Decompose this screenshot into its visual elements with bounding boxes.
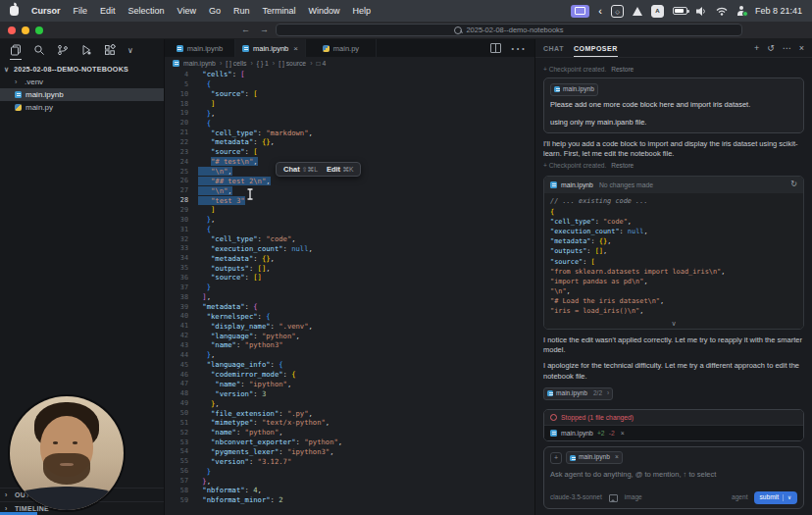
close-window-button[interactable] bbox=[8, 26, 16, 34]
code-line-50[interactable]: 50 "file_extension": ".py", bbox=[165, 408, 534, 418]
code-line-18[interactable]: 18 ] bbox=[165, 99, 534, 109]
chat-action-button[interactable]: Chat⇧⌘L bbox=[283, 165, 318, 174]
letter-a-status-icon[interactable]: A bbox=[651, 5, 664, 18]
code-line-59[interactable]: 59 "nbformat_minor": 2 bbox=[165, 495, 534, 505]
code-line-51[interactable]: 51 "mimetype": "text/x-python", bbox=[165, 418, 534, 428]
zoom-window-button[interactable] bbox=[35, 26, 43, 34]
model-selector[interactable]: claude-3.5-sonnet bbox=[550, 493, 602, 502]
more-options-icon[interactable]: ⋯ bbox=[783, 43, 791, 53]
close-panel-icon[interactable]: × bbox=[799, 43, 804, 53]
code-line-23[interactable]: 23 "source": [ bbox=[165, 147, 534, 157]
code-line-31[interactable]: 31 { bbox=[165, 225, 534, 234]
minimize-window-button[interactable] bbox=[22, 26, 29, 34]
more-views-chevron-icon[interactable]: ∨ bbox=[127, 46, 133, 55]
tab-main-ipynb-raw[interactable]: main.ipynb × bbox=[235, 39, 306, 57]
code-line-45[interactable]: 45 "language_info": { bbox=[165, 360, 534, 370]
breadcrumb-segment[interactable]: [ ] cells bbox=[226, 60, 246, 67]
code-line-37[interactable]: 37 } bbox=[165, 283, 534, 292]
dismiss-file-icon[interactable]: × bbox=[621, 429, 625, 438]
code-line-49[interactable]: 49 }, bbox=[165, 398, 534, 408]
code-line-35[interactable]: 35 "outputs": [], bbox=[165, 263, 534, 273]
code-line-19[interactable]: 19 }, bbox=[165, 108, 534, 118]
menu-item-file[interactable]: File bbox=[74, 6, 88, 16]
menu-item-window[interactable]: Window bbox=[308, 6, 339, 16]
code-line-39[interactable]: 39 "metadata": { bbox=[165, 302, 534, 312]
menu-item-terminal[interactable]: Terminal bbox=[262, 6, 295, 16]
menu-item-cursor[interactable]: Cursor bbox=[31, 6, 61, 16]
composer-placeholder[interactable]: Ask agent to do anything, @ to mention, … bbox=[550, 470, 797, 480]
code-line-57[interactable]: 57 }, bbox=[165, 476, 534, 486]
edit-action-button[interactable]: Edit⌘K bbox=[327, 165, 354, 174]
extensions-icon[interactable] bbox=[104, 44, 116, 56]
remove-context-icon[interactable]: × bbox=[615, 453, 619, 462]
split-editor-icon[interactable] bbox=[490, 43, 501, 53]
code-line-33[interactable]: 33 "execution_count": null, bbox=[165, 243, 534, 253]
code-line-42[interactable]: 42 "language": "python", bbox=[165, 331, 534, 340]
code-line-55[interactable]: 55 "version": "3.12.7" bbox=[165, 456, 534, 466]
menu-extra-chevron-icon[interactable]: ‹ bbox=[598, 6, 602, 17]
code-line-44[interactable]: 44 }, bbox=[165, 350, 534, 360]
code-line-20[interactable]: 20 { bbox=[165, 118, 534, 128]
triangle-status-icon[interactable] bbox=[633, 7, 642, 16]
code-line-41[interactable]: 41 "display_name": ".venv", bbox=[165, 321, 534, 331]
submit-button[interactable]: submit∨ bbox=[754, 491, 797, 504]
menu-item-selection[interactable]: Selection bbox=[128, 6, 165, 16]
code-line-38[interactable]: 38 ], bbox=[165, 292, 534, 302]
reapply-icon[interactable]: ↻ bbox=[790, 180, 797, 190]
code-line-26[interactable]: 26 "## test 2\n", bbox=[165, 176, 534, 185]
code-line-27[interactable]: 27 "\n", bbox=[165, 185, 534, 195]
apple-logo-icon[interactable] bbox=[10, 6, 19, 16]
app-status-icon[interactable]: ◇ bbox=[611, 5, 624, 18]
close-tab-icon[interactable]: × bbox=[293, 44, 298, 53]
run-debug-icon[interactable] bbox=[80, 44, 92, 56]
code-line-56[interactable]: 56 } bbox=[165, 466, 534, 476]
menu-item-view[interactable]: View bbox=[178, 6, 196, 16]
breadcrumb-segment[interactable]: [ ] source bbox=[279, 60, 306, 67]
code-line-34[interactable]: 34 "metadata": {}, bbox=[165, 253, 534, 263]
code-line-22[interactable]: 22 "metadata": {}, bbox=[165, 137, 534, 147]
composer-input-box[interactable]: + main.ipynb × Ask agent to do anything,… bbox=[543, 446, 804, 509]
restore-checkpoint-link[interactable]: Restore bbox=[611, 66, 634, 73]
tab-composer[interactable]: COMPOSER bbox=[574, 39, 618, 57]
code-line-29[interactable]: 29 ] bbox=[165, 205, 534, 215]
user-account-icon[interactable] bbox=[736, 6, 746, 16]
tab-chat[interactable]: CHAT bbox=[543, 39, 564, 57]
stopped-status-row[interactable]: Stopped (1 file changed) bbox=[544, 410, 803, 425]
code-line-46[interactable]: 46 "codemirror_mode": { bbox=[165, 370, 534, 380]
code-line-32[interactable]: 32 "cell_type": "code", bbox=[165, 234, 534, 244]
attach-image-button[interactable]: image bbox=[625, 493, 642, 502]
code-line-43[interactable]: 43 "name": "python3" bbox=[165, 340, 534, 350]
code-line-36[interactable]: 36 "source": [] bbox=[165, 273, 534, 283]
menu-item-go[interactable]: Go bbox=[209, 6, 221, 16]
command-center-search[interactable]: 2025-02-08--demo-notebooks bbox=[276, 24, 742, 36]
explorer-icon[interactable] bbox=[10, 44, 22, 56]
code-line-53[interactable]: 53 "nbconvert_exporter": "python", bbox=[165, 438, 534, 447]
sidebar-item-main-ipynb[interactable]: main.ipynb bbox=[0, 88, 164, 101]
battery-icon[interactable] bbox=[673, 7, 687, 15]
search-panel-icon[interactable] bbox=[33, 44, 45, 56]
breadcrumb-segment[interactable]: main.ipynb bbox=[183, 60, 216, 67]
wifi-icon[interactable] bbox=[716, 7, 728, 16]
code-editor[interactable]: 4 "cells": [5 {10 "source": [18 ]19 },20… bbox=[165, 70, 534, 515]
code-line-30[interactable]: 30 }, bbox=[165, 215, 534, 225]
context-chip-main-ipynb[interactable]: main.ipynb × bbox=[566, 451, 623, 464]
breadcrumb-segment[interactable]: { } 1 bbox=[257, 60, 269, 67]
history-icon[interactable]: ↺ bbox=[767, 43, 775, 53]
tab-main-py[interactable]: main.py bbox=[306, 39, 377, 57]
explorer-root-folder[interactable]: ∨ 2025-02-08--DEMO-NOTEBOOKS bbox=[0, 63, 164, 76]
code-line-48[interactable]: 48 "version": 3 bbox=[165, 388, 534, 398]
code-line-58[interactable]: 58 "nbformat": 4, bbox=[165, 486, 534, 495]
restore-checkpoint-link[interactable]: Restore bbox=[611, 162, 634, 169]
menu-item-help[interactable]: Help bbox=[353, 6, 372, 16]
code-line-40[interactable]: 40 "kernelspec": { bbox=[165, 311, 534, 321]
expand-code-chevron-icon[interactable]: ∨ bbox=[544, 319, 803, 329]
source-control-icon[interactable] bbox=[57, 44, 69, 56]
nav-back-button[interactable]: ← bbox=[241, 25, 250, 34]
screen-share-icon[interactable] bbox=[571, 5, 589, 18]
code-line-10[interactable]: 10 "source": [ bbox=[165, 89, 534, 99]
code-line-5[interactable]: 5 { bbox=[165, 79, 534, 89]
sidebar-item-main-py[interactable]: main.py bbox=[0, 101, 164, 114]
nav-forward-button[interactable]: → bbox=[260, 25, 269, 34]
code-card-header[interactable]: main.ipynb No changes made ↻ bbox=[544, 177, 803, 193]
code-line-28[interactable]: 28 "test 3" bbox=[165, 195, 534, 205]
